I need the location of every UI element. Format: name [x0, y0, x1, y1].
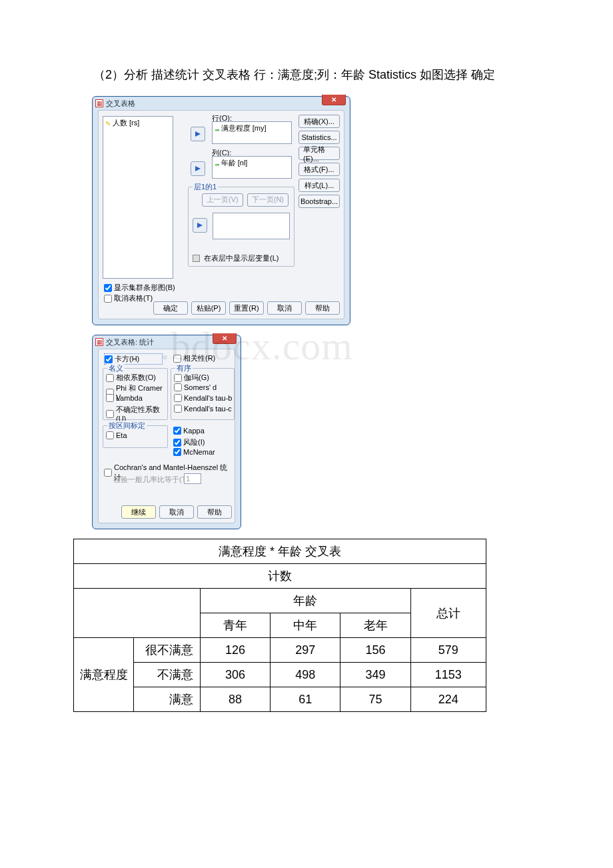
gamma-checkbox[interactable]: 伽玛(G) — [174, 373, 209, 383]
app-icon: ▦ — [95, 99, 103, 107]
kappa-checkbox[interactable]: Kappa — [173, 427, 205, 435]
ordinal-fieldset: 有序 伽玛(G) Somers' d Kendall's tau-b Kenda… — [171, 368, 235, 420]
cell: 224 — [410, 687, 486, 712]
suppress-tables-label: 取消表格(T) — [114, 293, 153, 303]
taub-label: Kendall's tau-b — [184, 394, 232, 402]
instruction-text: （2）分析 描述统计 交叉表格 行：满意度;列：年龄 Statistics 如图… — [73, 67, 540, 83]
mcnemar-label: McNemar — [183, 448, 215, 456]
mcnemar-checkbox[interactable]: McNemar — [173, 448, 215, 456]
move-to-rows-button[interactable] — [191, 127, 205, 141]
risk-label: 风险(I) — [183, 437, 205, 447]
uc-label: 不确定性系数(U) — [116, 405, 167, 423]
correlations-checkbox[interactable]: 相关性(R) — [173, 353, 215, 363]
cell: 88 — [201, 687, 271, 712]
cell: 306 — [201, 663, 271, 687]
exact-button[interactable]: 精确(X)... — [299, 115, 340, 128]
taub-checkbox[interactable]: Kendall's tau-b — [174, 394, 232, 402]
nominal-fieldset: 名义 相依系数(O) Phi 和 Cramer V Lambda 不确定性系数(… — [103, 368, 168, 420]
kappa-label: Kappa — [183, 427, 205, 435]
table-count-label: 计数 — [74, 564, 486, 589]
move-to-cols-button[interactable] — [191, 161, 205, 176]
cell: 75 — [340, 687, 410, 712]
source-var-list[interactable]: 人数 [rs] — [103, 116, 173, 279]
row-label: 满意 — [134, 687, 201, 712]
cc-label: 相依系数(O) — [116, 373, 156, 383]
crosstab-result-table: 满意程度 * 年龄 交叉表 计数 年龄 总计 青年 中年 老年 满意程度 很不满… — [73, 539, 486, 712]
eta-checkbox[interactable]: Eta — [106, 431, 127, 439]
layer-show-label: 在表层中显示层变量(L) — [204, 253, 279, 263]
layer-legend: 层1的1 — [193, 182, 218, 192]
crosstab-dialog: ▦ 交叉表格 ✕ 人数 [rs] 行(O): 满意程度 [my] 列(C): 年… — [92, 96, 350, 325]
ordinal-legend: 有序 — [175, 363, 193, 373]
corr-label: 相关性(R) — [183, 353, 215, 363]
var-nl: 年龄 [nl] — [221, 158, 248, 168]
format-button[interactable]: 格式(F)... — [299, 163, 340, 176]
cancel-button[interactable]: 取消 — [159, 505, 194, 519]
tauc-label: Kendall's tau-c — [184, 405, 232, 413]
close-icon[interactable]: ✕ — [213, 333, 237, 344]
ok-button[interactable]: 确定 — [153, 301, 188, 315]
cancel-button[interactable]: 取消 — [267, 301, 302, 315]
gamma-label: 伽玛(G) — [184, 373, 209, 383]
suppress-tables-checkbox[interactable]: 取消表格(T) — [104, 293, 153, 303]
layer-show-checkbox[interactable]: 在表层中显示层变量(L) — [193, 253, 279, 263]
somers-checkbox[interactable]: Somers' d — [174, 383, 217, 391]
somers-label: Somers' d — [184, 383, 217, 391]
risk-checkbox[interactable]: 风险(I) — [173, 437, 205, 447]
cell: 61 — [271, 687, 340, 712]
cluster-bar-checkbox[interactable]: 显示集群条形图(B) — [104, 283, 175, 293]
dialog1-title: 交叉表格 — [106, 99, 135, 109]
col-header: 青年 — [201, 613, 271, 638]
cell: 349 — [340, 663, 410, 687]
row-label: 很不满意 — [134, 638, 201, 663]
table-title: 满意程度 * 年龄 交叉表 — [74, 539, 486, 564]
cell: 579 — [410, 638, 486, 663]
help-button[interactable]: 帮助 — [305, 301, 340, 315]
cluster-bar-label: 显示集群条形图(B) — [114, 283, 175, 293]
layer-list[interactable] — [213, 213, 290, 239]
var-rs: 人数 [rs] — [113, 118, 139, 128]
uc-checkbox[interactable]: 不确定性系数(U) — [106, 405, 167, 423]
odds-label: 检验一般几率比等于(T): — [113, 475, 191, 485]
help-button[interactable]: 帮助 — [197, 505, 232, 519]
app-icon: ▦ — [95, 338, 103, 346]
layer-prev-button[interactable]: 上一页(V) — [202, 193, 243, 207]
cell: 297 — [271, 638, 340, 663]
eta-label: Eta — [116, 431, 127, 439]
cells-button[interactable]: 单元格(E)... — [299, 147, 340, 160]
interval-legend: 按区间标定 — [107, 421, 147, 431]
cell: 156 — [340, 638, 410, 663]
cell: 1153 — [410, 663, 486, 687]
continue-button[interactable]: 继续 — [121, 505, 156, 519]
paste-button[interactable]: 粘贴(P) — [191, 301, 226, 315]
col-group-header: 年龄 — [201, 589, 411, 613]
scale-icon — [105, 119, 111, 127]
nominal-legend: 名义 — [107, 363, 125, 373]
style-button[interactable]: 样式(L)... — [299, 179, 340, 192]
rows-list[interactable]: 满意程度 [my] — [212, 121, 292, 144]
col-header: 中年 — [271, 613, 340, 638]
layer-next-button[interactable]: 下一页(N) — [247, 193, 289, 207]
nominal-icon — [215, 159, 219, 167]
cell: 126 — [201, 638, 271, 663]
close-icon[interactable]: ✕ — [322, 95, 346, 105]
odds-input[interactable] — [184, 473, 201, 484]
var-my: 满意程度 [my] — [221, 123, 267, 133]
lambda-checkbox[interactable]: Lambda — [106, 394, 143, 402]
col-header: 老年 — [340, 613, 410, 638]
total-header: 总计 — [410, 589, 486, 638]
cols-list[interactable]: 年龄 [nl] — [212, 156, 292, 179]
reset-button[interactable]: 重置(R) — [229, 301, 264, 315]
dialog2-title: 交叉表格: 统计 — [106, 337, 154, 347]
row-group-header: 满意程度 — [74, 638, 134, 712]
row-label: 不满意 — [134, 663, 201, 687]
chi-label: 卡方(H) — [115, 354, 139, 364]
statistics-button[interactable]: Statistics... — [299, 131, 340, 144]
cell: 498 — [271, 663, 340, 687]
bootstrap-button[interactable]: Bootstrap... — [299, 195, 340, 208]
lambda-label: Lambda — [116, 394, 143, 402]
move-to-layer-button[interactable] — [193, 218, 207, 233]
tauc-checkbox[interactable]: Kendall's tau-c — [174, 405, 232, 413]
layer-fieldset: 层1的1 上一页(V) 下一页(N) 在表层中显示层变量(L) — [188, 187, 295, 267]
cc-checkbox[interactable]: 相依系数(O) — [106, 373, 156, 383]
